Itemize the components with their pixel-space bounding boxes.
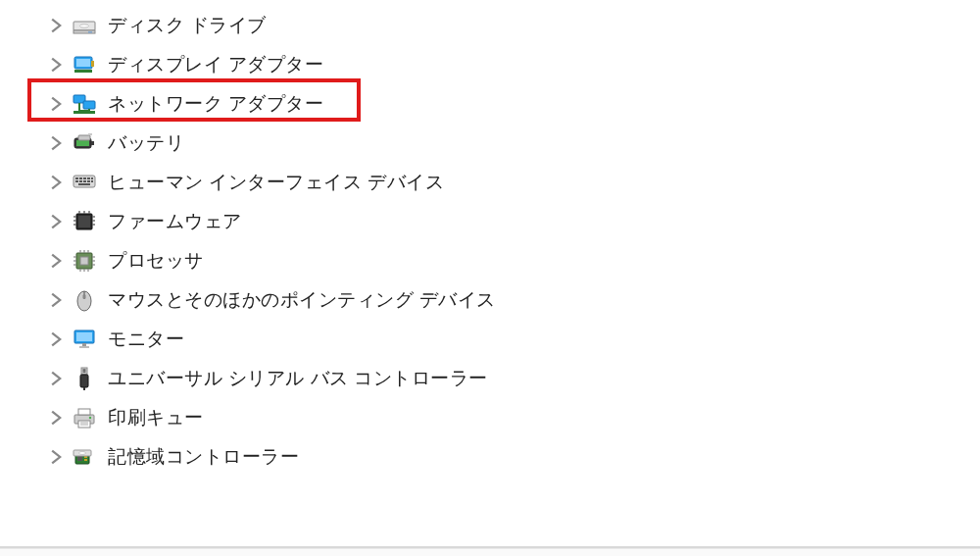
svg-rect-10 [74, 111, 95, 114]
tree-item-label: マウスとそのほかのポインティング デバイス [108, 287, 496, 313]
tree-item-processors[interactable]: プロセッサ [49, 241, 980, 280]
chevron-right-icon[interactable] [49, 449, 65, 465]
svg-point-69 [89, 417, 91, 419]
status-bar [0, 548, 980, 556]
tree-item-label: ネットワーク アダプター [108, 91, 323, 117]
tree-item-label: 記憶域コントローラー [108, 444, 299, 470]
svg-rect-17 [75, 177, 78, 179]
tree-item-label: 印刷キュー [108, 405, 204, 430]
svg-rect-21 [91, 177, 93, 179]
tree-item-label: ディスク ドライブ [108, 13, 267, 38]
svg-rect-14 [78, 135, 90, 140]
svg-rect-63 [80, 375, 88, 387]
svg-rect-9 [83, 101, 95, 109]
chevron-right-icon[interactable] [49, 57, 65, 73]
tree-item-label: ファームウェア [108, 209, 242, 234]
svg-rect-25 [87, 180, 90, 182]
tree-item-display-adapters[interactable]: ディスプレイ アダプター [49, 45, 980, 84]
svg-rect-12 [91, 141, 94, 145]
hid-icon [71, 169, 98, 196]
svg-rect-15 [88, 133, 92, 135]
tree-item-mice[interactable]: マウスとそのほかのポインティング デバイス [49, 280, 980, 320]
chevron-right-icon[interactable] [49, 331, 65, 347]
svg-rect-29 [78, 216, 90, 227]
chevron-right-icon[interactable] [49, 410, 65, 426]
chevron-right-icon[interactable] [49, 135, 65, 151]
storage-controller-icon [71, 443, 98, 471]
device-tree: ディスク ドライブ ディスプレイ アダプター [0, 0, 980, 477]
monitor-icon [71, 326, 98, 353]
svg-rect-62 [83, 372, 86, 373]
svg-rect-26 [91, 180, 93, 182]
printer-icon [71, 404, 98, 431]
tree-item-hid[interactable]: ヒューマン インターフェイス デバイス [49, 163, 980, 202]
display-adapter-icon [71, 51, 98, 78]
svg-rect-65 [78, 409, 90, 415]
svg-rect-61 [83, 370, 86, 371]
chevron-right-icon[interactable] [49, 96, 65, 112]
svg-rect-23 [79, 180, 82, 182]
chevron-right-icon[interactable] [49, 253, 65, 269]
svg-rect-6 [74, 70, 92, 73]
svg-rect-20 [87, 177, 90, 179]
disk-drive-icon [71, 12, 98, 39]
chevron-right-icon[interactable] [49, 292, 65, 308]
svg-rect-71 [77, 456, 82, 461]
svg-rect-57 [76, 332, 92, 341]
svg-point-75 [79, 452, 86, 455]
svg-rect-7 [91, 61, 94, 67]
tree-item-batteries[interactable]: バッテリ [49, 124, 980, 163]
svg-rect-27 [78, 183, 90, 185]
svg-point-2 [80, 25, 89, 27]
svg-rect-59 [79, 346, 89, 348]
svg-rect-58 [82, 343, 86, 346]
network-adapter-icon [71, 90, 98, 118]
tree-item-label: バッテリ [108, 130, 184, 156]
chevron-right-icon[interactable] [49, 214, 65, 229]
tree-item-storage-controllers[interactable]: 記憶域コントローラー [49, 437, 980, 477]
tree-item-label: ヒューマン インターフェイス デバイス [108, 170, 444, 195]
chevron-right-icon[interactable] [49, 175, 65, 190]
svg-rect-55 [83, 294, 86, 299]
tree-item-monitors[interactable]: モニター [49, 320, 980, 359]
tree-item-network-adapters[interactable]: ネットワーク アダプター [49, 84, 980, 124]
svg-rect-18 [79, 177, 82, 179]
usb-icon [71, 365, 98, 392]
svg-rect-3 [88, 32, 92, 33]
svg-rect-5 [76, 59, 90, 67]
svg-rect-40 [80, 257, 88, 265]
svg-rect-19 [83, 177, 86, 179]
svg-rect-73 [84, 459, 87, 461]
tree-item-firmware[interactable]: ファームウェア [49, 202, 980, 241]
chevron-right-icon[interactable] [49, 371, 65, 386]
tree-item-disk-drives[interactable]: ディスク ドライブ [49, 6, 980, 45]
tree-item-label: ユニバーサル シリアル バス コントローラー [108, 366, 488, 391]
tree-item-label: プロセッサ [108, 248, 204, 274]
firmware-icon [71, 208, 98, 235]
tree-item-label: ディスプレイ アダプター [108, 52, 323, 77]
tree-item-usb-controllers[interactable]: ユニバーサル シリアル バス コントローラー [49, 359, 980, 398]
battery-icon [71, 129, 98, 157]
svg-rect-13 [76, 140, 89, 146]
svg-rect-22 [75, 180, 78, 182]
processor-icon [71, 247, 98, 275]
svg-rect-24 [83, 180, 86, 182]
tree-item-print-queues[interactable]: 印刷キュー [49, 398, 980, 437]
mouse-icon [71, 286, 98, 314]
chevron-right-icon[interactable] [49, 18, 65, 33]
tree-item-label: モニター [108, 327, 184, 352]
